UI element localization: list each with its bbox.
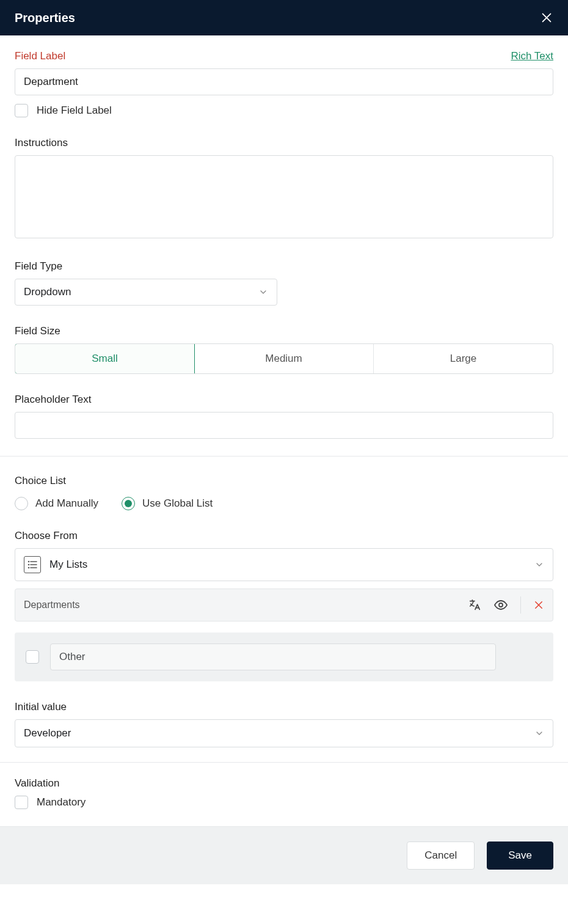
close-button[interactable] bbox=[540, 11, 553, 24]
instructions-textarea[interactable] bbox=[15, 155, 553, 238]
preview-button[interactable] bbox=[493, 598, 508, 612]
chevron-down-icon bbox=[534, 560, 544, 570]
other-option-container: Other bbox=[15, 632, 553, 681]
field-type-value: Dropdown bbox=[24, 286, 71, 298]
mandatory-checkbox[interactable] bbox=[15, 796, 28, 809]
svg-point-8 bbox=[499, 603, 503, 607]
svg-point-2 bbox=[29, 562, 29, 562]
field-size-label: Field Size bbox=[15, 325, 553, 337]
form-section-main: Field Label Rich Text Hide Field Label I… bbox=[0, 35, 568, 456]
properties-header: Properties bbox=[0, 0, 568, 35]
form-section-validation: Validation Mandatory bbox=[0, 763, 568, 826]
choice-list-label: Choice List bbox=[15, 475, 553, 487]
field-label-label: Field Label bbox=[15, 50, 65, 62]
eye-icon bbox=[493, 598, 508, 612]
svg-point-6 bbox=[29, 568, 29, 568]
hide-field-label-checkbox[interactable] bbox=[15, 104, 28, 117]
radio-use-global-label: Use Global List bbox=[142, 497, 213, 510]
chevron-down-icon bbox=[258, 287, 268, 297]
svg-point-4 bbox=[29, 565, 29, 565]
other-label-box: Other bbox=[50, 644, 496, 670]
choose-from-value: My Lists bbox=[49, 559, 87, 571]
selected-list-name: Departments bbox=[24, 600, 80, 610]
initial-value-label: Initial value bbox=[15, 701, 553, 713]
choose-from-label: Choose From bbox=[15, 530, 553, 542]
separator bbox=[520, 596, 521, 614]
other-checkbox[interactable] bbox=[26, 650, 39, 664]
rich-text-link[interactable]: Rich Text bbox=[511, 50, 553, 62]
field-size-large[interactable]: Large bbox=[374, 344, 553, 373]
list-icon bbox=[24, 556, 41, 573]
instructions-label: Instructions bbox=[15, 137, 553, 149]
hide-field-label-text: Hide Field Label bbox=[37, 105, 112, 117]
other-label-text: Other bbox=[59, 651, 86, 662]
selected-list-row: Departments bbox=[15, 588, 553, 622]
field-size-medium[interactable]: Medium bbox=[194, 344, 374, 373]
save-button[interactable]: Save bbox=[487, 842, 553, 870]
radio-use-global-list[interactable]: Use Global List bbox=[122, 497, 213, 510]
field-type-select[interactable]: Dropdown bbox=[15, 279, 277, 306]
radio-add-manually-label: Add Manually bbox=[35, 497, 98, 510]
form-section-choice: Choice List Add Manually Use Global List… bbox=[0, 457, 568, 762]
translate-icon bbox=[468, 598, 481, 612]
mandatory-label: Mandatory bbox=[37, 796, 86, 809]
radio-add-manually[interactable]: Add Manually bbox=[15, 497, 98, 510]
close-icon bbox=[540, 11, 553, 24]
footer: Cancel Save bbox=[0, 826, 568, 884]
field-size-small[interactable]: Small bbox=[15, 343, 195, 374]
page-title: Properties bbox=[15, 11, 75, 25]
close-icon bbox=[533, 600, 544, 610]
field-size-segmented: Small Medium Large bbox=[15, 343, 553, 374]
placeholder-input[interactable] bbox=[15, 412, 553, 439]
initial-value-select[interactable]: Developer bbox=[15, 719, 553, 747]
cancel-button[interactable]: Cancel bbox=[407, 842, 475, 870]
placeholder-label: Placeholder Text bbox=[15, 394, 553, 406]
validation-label: Validation bbox=[15, 777, 553, 790]
initial-value-value: Developer bbox=[24, 727, 71, 739]
chevron-down-icon bbox=[534, 728, 544, 738]
choose-from-select[interactable]: My Lists bbox=[15, 548, 553, 581]
field-label-input[interactable] bbox=[15, 68, 553, 95]
field-type-label: Field Type bbox=[15, 260, 553, 273]
remove-list-button[interactable] bbox=[533, 600, 544, 610]
translate-button[interactable] bbox=[468, 598, 481, 612]
